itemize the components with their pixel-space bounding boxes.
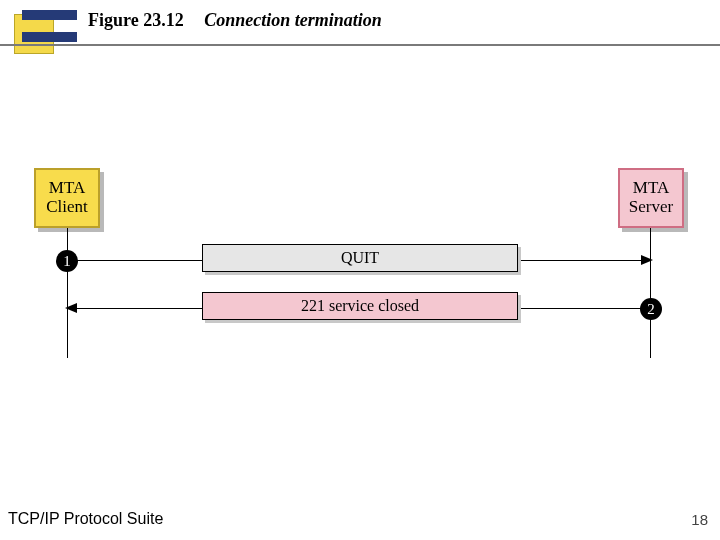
figure-caption: Connection termination (204, 10, 382, 30)
client-lifeline (67, 228, 68, 358)
server-line2: Server (629, 198, 673, 217)
message-221: 221 service closed (202, 292, 518, 320)
mta-client-box: MTA Client (34, 168, 100, 228)
server-line1: MTA (633, 179, 669, 198)
deco-bar-mid (22, 32, 77, 42)
figure-number: Figure 23.12 (88, 10, 184, 30)
title-underline (0, 44, 720, 46)
step-number: 2 (647, 301, 655, 318)
footer-text: TCP/IP Protocol Suite (8, 510, 163, 528)
message-text: QUIT (341, 249, 379, 267)
slide-title: Figure 23.12 Connection termination (88, 10, 382, 31)
client-line2: Client (46, 198, 88, 217)
message-text: 221 service closed (301, 297, 419, 315)
page-number: 18 (691, 511, 708, 528)
deco-bar-top (22, 10, 77, 20)
message-quit: QUIT (202, 244, 518, 272)
arrow-head-left-icon (65, 303, 77, 313)
step-badge-1: 1 (56, 250, 78, 272)
diagram: MTA Client MTA Server 1 2 QUIT 221 servi… (34, 168, 684, 348)
arrow-head-right-icon (641, 255, 653, 265)
client-line1: MTA (49, 179, 85, 198)
step-badge-2: 2 (640, 298, 662, 320)
mta-server-box: MTA Server (618, 168, 684, 228)
step-number: 1 (63, 253, 71, 270)
server-lifeline (650, 228, 651, 358)
